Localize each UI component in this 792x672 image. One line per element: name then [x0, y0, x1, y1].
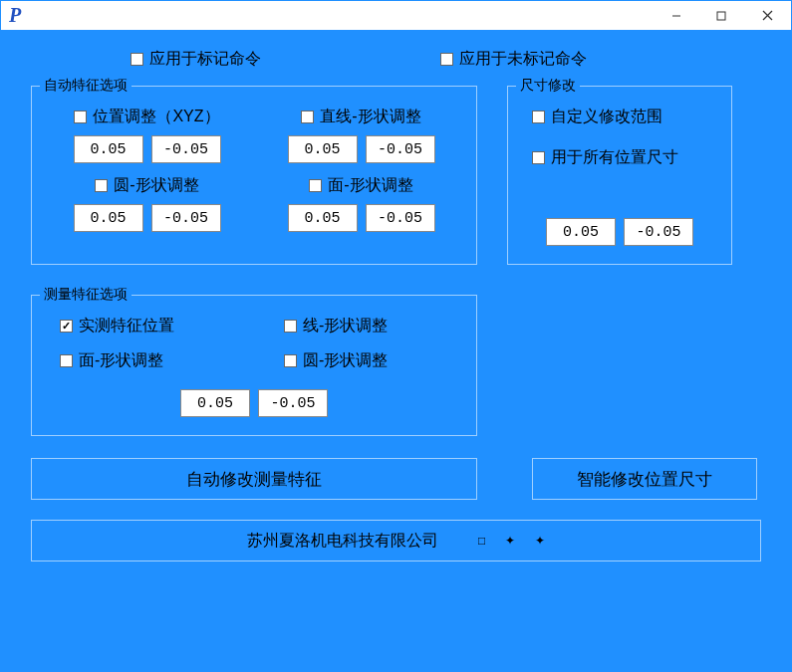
measure-plane-row[interactable]: 面-形状调整: [60, 350, 234, 371]
apply-marked-row[interactable]: 应用于标记命令: [131, 49, 261, 70]
content-area: 应用于标记命令 应用于未标记命令 自动特征选项 位置调整（XYZ）: [1, 31, 791, 671]
plane-shape-label: 面-形状调整: [328, 175, 412, 196]
measure-line-checkbox[interactable]: [284, 320, 297, 333]
dim-modify-panel: 尺寸修改 自定义修改范围 用于所有位置尺寸 0.05 -0.05: [507, 86, 732, 265]
app-icon: P: [9, 4, 21, 27]
custom-range-label: 自定义修改范围: [551, 107, 662, 127]
plane-shape-row[interactable]: 面-形状调整: [309, 175, 412, 196]
titlebar: P: [1, 1, 791, 31]
circle-shape-neg-input[interactable]: -0.05: [151, 204, 221, 232]
measure-circle-checkbox[interactable]: [284, 354, 297, 367]
actual-position-checkbox[interactable]: [60, 320, 73, 333]
circle-shape-pos-input[interactable]: 0.05: [74, 204, 143, 232]
company-label: 苏州夏洛机电科技有限公司: [247, 531, 438, 552]
auto-feature-legend: 自动特征选项: [40, 77, 132, 95]
measure-line-label: 线-形状调整: [303, 316, 388, 336]
apply-unmarked-label: 应用于未标记命令: [459, 49, 587, 70]
square-icon[interactable]: □: [478, 534, 485, 548]
measure-plane-label: 面-形状调整: [79, 350, 163, 371]
position-xyz-row[interactable]: 位置调整（XYZ）: [74, 107, 219, 127]
all-positions-row[interactable]: 用于所有位置尺寸: [532, 147, 678, 168]
footer-icons: □ ✦ ✦: [478, 534, 545, 548]
position-xyz-neg-input[interactable]: -0.05: [151, 135, 221, 163]
measure-feature-panel: 测量特征选项 实测特征位置 线-形状调整 面-形状调整 圆-形状调整: [31, 295, 477, 436]
circle-shape-row[interactable]: 圆-形状调整: [95, 175, 198, 196]
panels-row: 自动特征选项 位置调整（XYZ） 0.05 -0.05: [31, 86, 761, 265]
apply-unmarked-row[interactable]: 应用于未标记命令: [440, 49, 587, 70]
measure-feature-legend: 测量特征选项: [40, 286, 132, 304]
close-button[interactable]: [743, 1, 791, 30]
dim-modify-legend: 尺寸修改: [516, 77, 580, 95]
auto-modify-measure-button[interactable]: 自动修改测量特征: [31, 458, 477, 500]
circle-shape-checkbox[interactable]: [95, 179, 108, 192]
position-xyz-pos-input[interactable]: 0.05: [74, 135, 143, 163]
actual-position-row[interactable]: 实测特征位置: [60, 316, 234, 336]
line-shape-row[interactable]: 直线-形状调整: [301, 107, 420, 127]
smart-modify-position-button[interactable]: 智能修改位置尺寸: [532, 458, 757, 500]
position-xyz-label: 位置调整（XYZ）: [93, 107, 219, 127]
plane-shape-pos-input[interactable]: 0.05: [288, 204, 358, 232]
plane-shape-checkbox[interactable]: [309, 179, 322, 192]
measure-neg-input[interactable]: -0.05: [258, 389, 328, 417]
apply-unmarked-checkbox[interactable]: [440, 53, 453, 66]
line-shape-pos-input[interactable]: 0.05: [288, 135, 358, 163]
measure-circle-label: 圆-形状调整: [303, 350, 388, 371]
line-shape-checkbox[interactable]: [301, 111, 314, 123]
dim-neg-input[interactable]: -0.05: [624, 218, 693, 246]
window-controls: [654, 1, 791, 30]
custom-range-checkbox[interactable]: [532, 111, 545, 123]
measure-pos-input[interactable]: 0.05: [180, 389, 250, 417]
svg-rect-1: [717, 12, 725, 20]
actual-position-label: 实测特征位置: [79, 316, 174, 336]
position-xyz-checkbox[interactable]: [74, 111, 87, 123]
measure-line-row[interactable]: 线-形状调整: [284, 316, 458, 336]
auto-feature-panel: 自动特征选项 位置调整（XYZ） 0.05 -0.05: [31, 86, 477, 265]
apply-marked-checkbox[interactable]: [131, 53, 143, 66]
up-arrow-icon[interactable]: ✦: [505, 534, 515, 548]
up-arrow-icon-2[interactable]: ✦: [535, 534, 545, 548]
circle-shape-label: 圆-形状调整: [114, 175, 198, 196]
maximize-button[interactable]: [698, 1, 743, 30]
line-shape-label: 直线-形状调整: [320, 107, 420, 127]
measure-circle-row[interactable]: 圆-形状调整: [284, 350, 458, 371]
custom-range-row[interactable]: 自定义修改范围: [532, 107, 662, 127]
dim-pos-input[interactable]: 0.05: [546, 218, 616, 246]
minimize-button[interactable]: [654, 1, 698, 30]
main-window: P 应用于标记命令 应用于未标记命令: [0, 0, 792, 672]
all-positions-label: 用于所有位置尺寸: [551, 147, 678, 168]
measure-plane-checkbox[interactable]: [60, 354, 73, 367]
footer-bar: 苏州夏洛机电科技有限公司 □ ✦ ✦: [31, 520, 761, 561]
line-shape-neg-input[interactable]: -0.05: [366, 135, 435, 163]
plane-shape-neg-input[interactable]: -0.05: [366, 204, 435, 232]
action-buttons: 自动修改测量特征 智能修改位置尺寸: [31, 458, 761, 500]
top-options: 应用于标记命令 应用于未标记命令: [31, 49, 761, 70]
all-positions-checkbox[interactable]: [532, 151, 545, 164]
apply-marked-label: 应用于标记命令: [149, 49, 261, 70]
